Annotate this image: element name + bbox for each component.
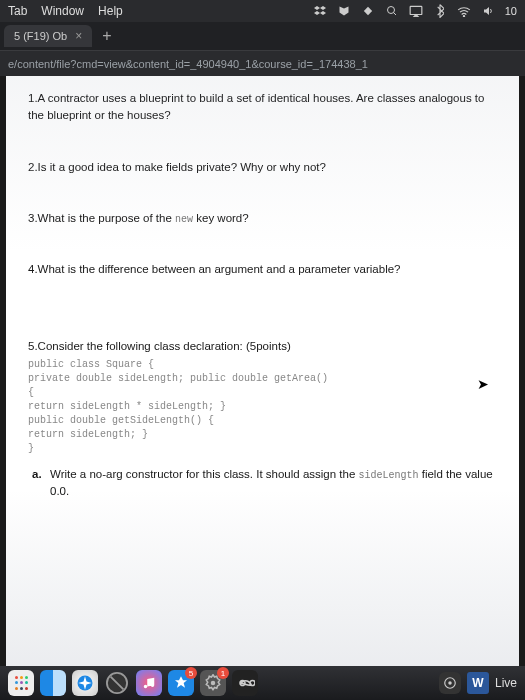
question-5: 5.Consider the following class declarati… — [28, 338, 497, 500]
appstore-icon[interactable]: 5 — [168, 670, 194, 696]
question-3: 3.What is the purpose of the new key wor… — [28, 210, 497, 227]
word-icon[interactable]: W — [467, 672, 489, 694]
question-1: 1.A contractor uses a blueprint to build… — [28, 90, 497, 125]
volume-icon[interactable] — [481, 4, 495, 18]
svg-point-5 — [211, 681, 216, 686]
url-text: e/content/file?cmd=view&content_id=_4904… — [8, 58, 368, 70]
close-icon[interactable]: × — [75, 29, 82, 43]
svg-point-2 — [463, 16, 464, 17]
menu-tab[interactable]: Tab — [8, 4, 27, 18]
live-indicator[interactable]: W Live — [439, 672, 517, 694]
question-4: 4.What is the difference between an argu… — [28, 261, 497, 278]
finder-icon[interactable] — [40, 670, 66, 696]
menu-help[interactable]: Help — [98, 4, 123, 18]
infinity-icon[interactable] — [232, 670, 258, 696]
music-icon[interactable] — [136, 670, 162, 696]
toggle-icon[interactable] — [439, 672, 461, 694]
code-block: public class Square { private double sid… — [28, 358, 497, 456]
live-label: Live — [495, 676, 517, 690]
svg-point-7 — [448, 681, 452, 685]
safari-icon[interactable] — [72, 670, 98, 696]
mcafee-icon[interactable] — [337, 4, 351, 18]
document-body: 1.A contractor uses a blueprint to build… — [6, 76, 519, 524]
menu-window[interactable]: Window — [41, 4, 84, 18]
badge: 1 — [217, 667, 229, 679]
document-viewport[interactable]: 1.A contractor uses a blueprint to build… — [6, 76, 519, 666]
question-5a: Write a no-arg constructor for this clas… — [28, 466, 497, 501]
svg-rect-1 — [410, 6, 422, 14]
dock: 5 1 W Live — [0, 666, 525, 700]
dropbox-icon[interactable] — [313, 4, 327, 18]
bluetooth-icon[interactable] — [433, 4, 447, 18]
launchpad-icon[interactable] — [8, 670, 34, 696]
tab-title: 5 (F19) Ob — [14, 30, 67, 42]
wifi-icon[interactable] — [457, 4, 471, 18]
badge: 5 — [185, 667, 197, 679]
search-icon[interactable] — [385, 4, 399, 18]
no-entry-icon[interactable] — [104, 670, 130, 696]
browser-chrome: 5 (F19) Ob × + e/content/file?cmd=view&c… — [0, 22, 525, 76]
menubar: Tab Window Help 10 — [0, 0, 525, 22]
settings-icon[interactable]: 1 — [200, 670, 226, 696]
svg-point-0 — [387, 7, 394, 14]
add-tab-button[interactable]: + — [92, 27, 121, 45]
url-bar[interactable]: e/content/file?cmd=view&content_id=_4904… — [0, 50, 525, 76]
time-fragment: 10 — [505, 5, 517, 17]
screen-mirror-icon[interactable] — [409, 4, 423, 18]
question-2: 2.Is it a good idea to make fields priva… — [28, 159, 497, 176]
browser-tab[interactable]: 5 (F19) Ob × — [4, 25, 92, 47]
tab-bar: 5 (F19) Ob × + — [0, 22, 525, 50]
diamond-icon[interactable] — [361, 4, 375, 18]
